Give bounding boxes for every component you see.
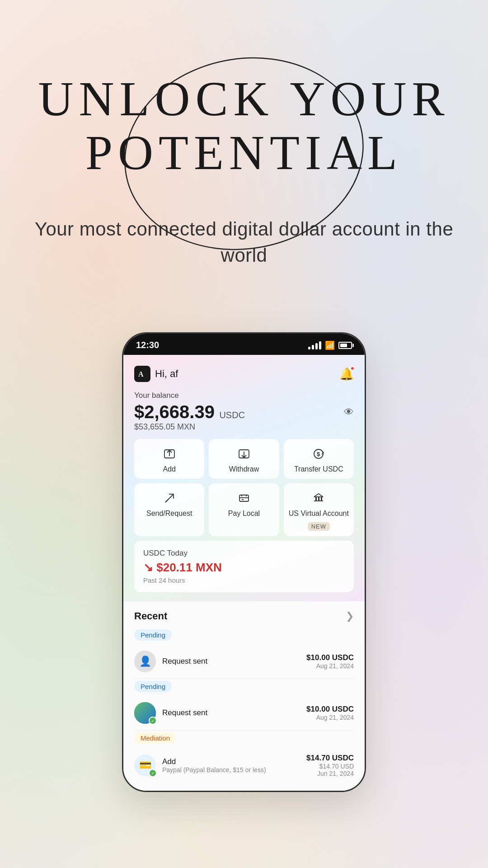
transaction-item-2[interactable]: ✓ Request sent $10.00 USDC Aug 21, 2024 [134, 698, 354, 728]
tx-amounts-1: $10.00 USDC Aug 21, 2024 [306, 653, 354, 670]
tx-info-3: Add Paypal (Paypal Balance, $15 or less) [162, 757, 300, 774]
balance-mxn: $53,655.05 MXN [134, 422, 354, 432]
svg-rect-10 [315, 497, 317, 501]
action-transfer[interactable]: $ Transfer USDC [284, 439, 354, 479]
svg-rect-11 [318, 497, 319, 501]
transaction-item-3[interactable]: 💳 ✓ Add Paypal (Paypal Balance, $15 or l… [134, 749, 354, 782]
tx-date-3: Jun 21, 2024 [306, 770, 354, 777]
tx-type-1: Request sent [162, 657, 300, 666]
avatar-1: 👤 [134, 651, 156, 672]
action-us-virtual[interactable]: US Virtual Account NEW [284, 483, 354, 536]
tx-amount-usd-3: $14.70 USD [306, 763, 354, 770]
us-virtual-label: US Virtual Account [289, 509, 349, 518]
tx-sub-3: Paypal (Paypal Balance, $15 or less) [162, 766, 300, 774]
app-content: A Hi, af 🔔 Your balance $ [123, 355, 365, 601]
transaction-item-1[interactable]: 👤 Request sent $10.00 USDC Aug 21, 2024 [134, 646, 354, 677]
notification-dot [350, 366, 355, 371]
action-pay-local[interactable]: Pay Local [209, 483, 279, 536]
balance-amount-group: $2,668.39 USDC [134, 402, 245, 422]
signal-icon [308, 341, 321, 349]
usdc-today-label: USDC Today [143, 549, 345, 558]
recent-chevron[interactable]: ❯ [346, 610, 354, 622]
divider-2 [134, 730, 354, 731]
tx-amount-usdc-2: $10.00 USDC [306, 705, 354, 714]
divider-1 [134, 679, 354, 679]
tx-info-2: Request sent [162, 708, 300, 717]
eye-icon[interactable]: 👁 [344, 406, 354, 418]
balance-row: $2,668.39 USDC 👁 [134, 402, 354, 422]
recent-title: Recent [134, 610, 167, 622]
battery-icon [338, 342, 352, 349]
greeting-text: Hi, af [155, 368, 178, 380]
svg-text:$: $ [317, 451, 320, 458]
tx-date-1: Aug 21, 2024 [306, 662, 354, 670]
tx-amount-usdc-3: $14.70 USDC [306, 754, 354, 763]
avatar-3: 💳 ✓ [134, 755, 156, 776]
paypal-icon: 💳 [139, 760, 151, 771]
app-logo-icon: A [137, 369, 147, 379]
add-icon [163, 447, 176, 461]
hero-subtitle: Your most connected digital dollar accou… [27, 216, 461, 269]
action-add[interactable]: Add [134, 439, 204, 479]
content-wrapper: UNLOCK YOUR POTENTIAL Your most connecte… [0, 0, 488, 868]
battery-fill [340, 344, 347, 347]
status-time: 12:30 [136, 340, 159, 350]
phone-container: 12:30 📶 [122, 332, 366, 792]
send-icon [163, 491, 176, 505]
status-icons: 📶 [308, 340, 352, 350]
app-logo-name: A Hi, af [134, 366, 178, 382]
withdraw-label: Withdraw [229, 465, 259, 473]
tx-amount-usdc-1: $10.00 USDC [306, 653, 354, 662]
phone-frame: 12:30 📶 [122, 332, 366, 792]
send-label: Send/Request [146, 509, 192, 518]
tx-date-2: Aug 21, 2024 [306, 714, 354, 721]
notification-bell[interactable]: 🔔 [339, 367, 354, 381]
avatar-2: ✓ [134, 702, 156, 724]
usdc-rate: ↘ $20.11 MXN [143, 561, 345, 575]
tx-amounts-3: $14.70 USDC $14.70 USD Jun 21, 2024 [306, 754, 354, 777]
svg-rect-8 [239, 495, 249, 501]
hero-title-line1: UNLOCK YOUR [27, 72, 461, 126]
balance-section: Your balance $2,668.39 USDC 👁 $53,655.05… [134, 391, 354, 432]
hero-section: UNLOCK YOUR POTENTIAL Your most connecte… [0, 0, 488, 305]
person-icon: 👤 [139, 656, 151, 667]
withdraw-icon [237, 447, 251, 461]
actions-grid: Add Withdraw [134, 439, 354, 536]
recent-section: Recent ❯ Pending 👤 Request sent $10.00 U… [123, 601, 365, 791]
balance-amount: $2,668.39 [134, 402, 215, 422]
pay-local-label: Pay Local [228, 509, 260, 518]
app-logo: A [134, 366, 150, 382]
avatar-shield-2: ✓ [149, 717, 157, 725]
action-send[interactable]: Send/Request [134, 483, 204, 536]
wifi-icon: 📶 [325, 340, 335, 350]
pay-local-icon [237, 491, 251, 505]
usdc-today-card: USDC Today ↘ $20.11 MXN Past 24 hours [134, 541, 354, 592]
usdc-period: Past 24 hours [143, 576, 345, 584]
status-bar: 12:30 📶 [123, 334, 365, 355]
tx-amounts-2: $10.00 USDC Aug 21, 2024 [306, 705, 354, 721]
recent-header: Recent ❯ [134, 610, 354, 622]
tx-type-2: Request sent [162, 708, 300, 717]
balance-label: Your balance [134, 391, 354, 400]
pending-badge-2: Pending [134, 681, 172, 692]
hero-title-line2: POTENTIAL [27, 126, 461, 180]
mediation-badge: Mediation [134, 732, 176, 744]
new-badge: NEW [308, 522, 330, 531]
svg-rect-12 [321, 497, 322, 501]
bank-icon [312, 491, 325, 505]
svg-text:A: A [138, 370, 144, 378]
app-header: A Hi, af 🔔 [134, 366, 354, 382]
add-label: Add [163, 465, 175, 473]
tx-info-1: Request sent [162, 657, 300, 666]
transfer-icon: $ [312, 447, 325, 461]
hero-title: UNLOCK YOUR POTENTIAL [27, 72, 461, 180]
transfer-label: Transfer USDC [294, 465, 343, 473]
balance-currency: USDC [219, 410, 245, 420]
tx-type-3: Add [162, 757, 300, 766]
avatar-shield-3: ✓ [149, 769, 157, 777]
pending-badge-1: Pending [134, 629, 172, 641]
action-withdraw[interactable]: Withdraw [209, 439, 279, 479]
